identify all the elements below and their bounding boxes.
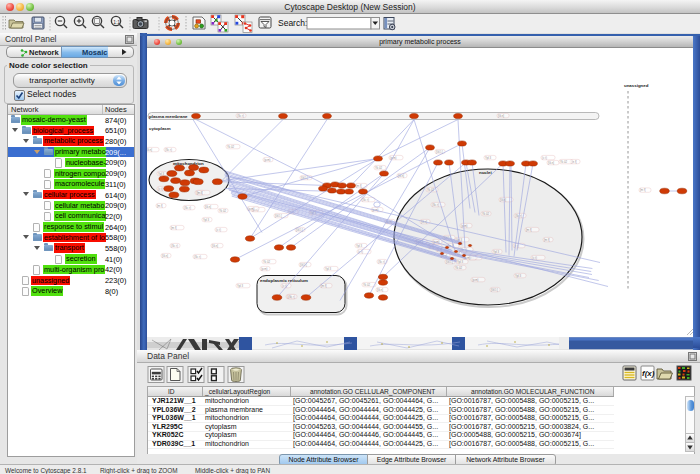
- svg-text:Yk 02: Yk 02: [219, 208, 227, 212]
- svg-text:(Sc r): (Sc r): [184, 205, 191, 209]
- svg-text:(p.m): (p.m): [261, 266, 268, 270]
- svg-text:Ypl 3: Ypl 3: [457, 259, 464, 263]
- svg-text:(c t): (c t): [542, 155, 547, 159]
- svg-text:Ypl 3: Ypl 3: [485, 155, 492, 159]
- svg-text:(c t): (c t): [216, 227, 221, 231]
- svg-text:endoplasmic reticulum: endoplasmic reticulum: [260, 278, 308, 283]
- svg-text:(Sc r): (Sc r): [165, 147, 172, 151]
- svg-text:f(x): f(x): [642, 369, 655, 378]
- svg-text:unassigned: unassigned: [624, 83, 649, 88]
- svg-text:(Sc r): (Sc r): [237, 113, 244, 117]
- svg-text:[G.n]: [G.n]: [377, 287, 383, 291]
- svg-text:(p.m): (p.m): [472, 277, 479, 281]
- svg-text:[m f]: [m f]: [157, 203, 163, 207]
- svg-text:[m f]: [m f]: [356, 183, 362, 187]
- svg-text:[GO.]: [GO.]: [436, 149, 443, 153]
- svg-text:[G.n]: [G.n]: [498, 113, 504, 117]
- svg-text:(c t): (c t): [532, 255, 537, 259]
- svg-text:(p.m): (p.m): [461, 223, 468, 227]
- svg-text:[G.n]: [G.n]: [147, 147, 152, 151]
- svg-text:[G.n]: [G.n]: [500, 197, 506, 201]
- svg-text:[GO.]: [GO.]: [275, 213, 282, 217]
- svg-text:(p.m): (p.m): [248, 206, 255, 210]
- svg-text:Ypl 3: Ypl 3: [203, 217, 210, 221]
- svg-text:[G.n]: [G.n]: [162, 253, 168, 257]
- svg-text:(Sc r): (Sc r): [378, 259, 385, 263]
- svg-text:Ypl 3: Ypl 3: [493, 249, 500, 253]
- svg-text:(Sc r): (Sc r): [288, 294, 295, 298]
- svg-text:Yk 02: Yk 02: [455, 265, 463, 269]
- svg-text:Yk 02: Yk 02: [482, 211, 490, 215]
- svg-text:plasma membrane: plasma membrane: [149, 114, 188, 119]
- svg-text:Ypl 3: Ypl 3: [325, 266, 332, 270]
- svg-text:Yk 02: Yk 02: [560, 159, 568, 163]
- svg-text:Yk 02: Yk 02: [375, 165, 383, 169]
- svg-text:(c t): (c t): [158, 186, 163, 190]
- svg-text:[GO.]: [GO.]: [491, 287, 498, 291]
- svg-text:[m f]: [m f]: [640, 188, 646, 192]
- svg-text:[m f]: [m f]: [544, 237, 550, 241]
- svg-text:nuclei: nuclei: [479, 170, 492, 175]
- svg-text:[G.n]: [G.n]: [548, 160, 554, 164]
- svg-text:(Sc r): (Sc r): [432, 202, 439, 206]
- svg-text:Ypl 3: Ypl 3: [356, 243, 363, 247]
- svg-text:[m f]: [m f]: [171, 225, 177, 229]
- svg-text:(Sc r): (Sc r): [171, 243, 178, 247]
- svg-text:Yk 02: Yk 02: [427, 187, 435, 191]
- svg-text:Yk 02: Yk 02: [227, 144, 235, 148]
- svg-text:Yk 02: Yk 02: [263, 259, 271, 263]
- svg-text:Ypl 3: Ypl 3: [237, 283, 244, 287]
- svg-text:Search:: Search:: [278, 18, 307, 28]
- svg-text:[m f]: [m f]: [197, 190, 203, 194]
- svg-text:1:1: 1:1: [113, 19, 120, 25]
- svg-text:[m f]: [m f]: [526, 227, 532, 231]
- svg-text:Yk 02: Yk 02: [363, 282, 371, 286]
- svg-text:[G.n]: [G.n]: [205, 204, 211, 208]
- svg-text:cytoplasm: cytoplasm: [149, 126, 171, 131]
- svg-text:[G.n]: [G.n]: [212, 243, 218, 247]
- svg-text:(p.m): (p.m): [264, 157, 271, 161]
- svg-text:Ypl 3: Ypl 3: [515, 273, 522, 277]
- svg-text:(Sc r): (Sc r): [515, 213, 522, 217]
- svg-text:Ypl 3: Ypl 3: [158, 171, 165, 175]
- svg-text:(Sc r): (Sc r): [194, 254, 201, 258]
